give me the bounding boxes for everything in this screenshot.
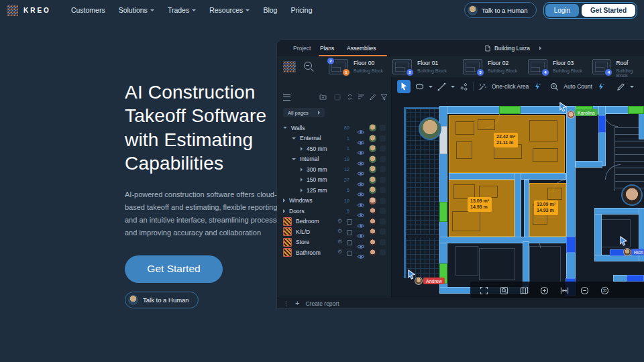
tree-row-walls[interactable]: Walls80 (277, 123, 391, 133)
fit-width-icon[interactable] (560, 286, 569, 295)
nav-item-solutions[interactable]: Solutions (119, 6, 154, 14)
nav-item-label: Solutions (119, 6, 148, 14)
more-options-icon[interactable]: ⋮ (283, 300, 289, 307)
apps-grid-icon[interactable] (283, 61, 296, 72)
nav-item-pricing[interactable]: Pricing (290, 6, 312, 14)
kreo-logo[interactable]: KREO (7, 5, 51, 16)
chevron-right-icon[interactable] (301, 178, 303, 182)
floor-card-floor-01[interactable]: 2Floor 01Building Block (392, 59, 447, 74)
cursor-name-tag: Rich (631, 249, 644, 255)
polygon-tool-icon[interactable] (415, 83, 424, 90)
select-cursor-tool[interactable] (397, 80, 411, 93)
floor-thumbnail: 2 (392, 59, 412, 74)
zoom-search-icon[interactable] (304, 62, 312, 70)
menu-icon[interactable] (283, 94, 290, 101)
chevron-right-icon[interactable] (283, 198, 285, 202)
tree-row-bathroom[interactable]: Bathroom⚙ (277, 247, 391, 258)
talk-to-human-cta-button[interactable]: Talk to a Human (125, 292, 199, 308)
chevron-down-icon[interactable] (292, 158, 296, 160)
tree-row-bedroom[interactable]: Bedroom⚙ (277, 217, 391, 227)
map-overview-icon[interactable] (520, 286, 529, 295)
expand-collapse-icon[interactable] (345, 93, 354, 101)
gear-icon[interactable]: ⚙ (337, 219, 342, 224)
chevron-down-icon[interactable] (429, 86, 433, 88)
room-measurement-label[interactable]: 13.09 m²14.93 m (468, 197, 492, 212)
drawing-canvas[interactable]: One-click Area Auto Count 22.42 m²21.11 … (391, 77, 644, 298)
gear-icon[interactable]: ⚙ (337, 229, 342, 234)
room-measurement-label[interactable]: 13.09 m²14.93 m (534, 200, 558, 215)
tree-row-150-mm[interactable]: 150 mm27 (277, 175, 391, 186)
nav-item-trades[interactable]: Trades (168, 6, 196, 14)
count-tool-icon[interactable] (460, 82, 468, 91)
fit-view-icon[interactable] (480, 286, 488, 295)
magic-wand-icon[interactable] (478, 82, 487, 91)
floor-card-roof[interactable]: 4RoofBuilding Block (592, 59, 644, 78)
tree-row-450-mm[interactable]: 450 mm1 (277, 143, 391, 154)
chevron-down-icon[interactable] (630, 86, 634, 88)
chevron-down-icon[interactable] (451, 86, 455, 88)
tab-project[interactable]: Project (293, 40, 311, 56)
line-tool-icon[interactable] (437, 82, 446, 91)
room-area: 13.09 m² (470, 198, 489, 204)
assignee-avatar (369, 124, 376, 131)
nav-item-customers[interactable]: Customers (71, 6, 105, 14)
nav-item-label: Blog (263, 6, 277, 14)
row-ghost-slot (380, 187, 386, 193)
measure-pen-icon[interactable] (616, 82, 625, 91)
tree-row-300-mm[interactable]: 300 mm12 (277, 164, 391, 175)
checkbox[interactable] (347, 219, 352, 225)
auto-count-magnifier-icon[interactable] (550, 82, 559, 91)
gear-icon[interactable]: ⚙ (337, 239, 342, 245)
furniture-outline (547, 188, 562, 200)
tree-row-enternal[interactable]: Enternal1 (277, 133, 391, 144)
tree-item-label: Doors (289, 208, 305, 215)
chevron-down-icon[interactable] (283, 127, 287, 129)
tree-row-store[interactable]: Store⚙ (277, 237, 391, 248)
zoom-in-icon[interactable] (540, 286, 549, 295)
floor-card-floor-02[interactable]: 3Floor 02Building Block (463, 59, 517, 74)
checkbox[interactable] (347, 251, 352, 256)
login-button[interactable]: Login (545, 4, 579, 17)
checkbox[interactable] (347, 240, 352, 245)
all-pages-selector[interactable]: All pages (283, 108, 325, 117)
talk-to-human-button[interactable]: Talk to a Human (464, 2, 537, 18)
tree-row-k-l-d[interactable]: K/L/D⚙ (277, 227, 391, 237)
tree-row-doors[interactable]: Doors6 (277, 206, 391, 217)
chevron-right-icon[interactable] (301, 168, 303, 172)
plus-icon[interactable]: + (295, 300, 299, 307)
floor-card-floor-03[interactable]: 4Floor 03Building Block (528, 59, 582, 74)
room-measurement-label[interactable]: 22.42 m²21.11 m (494, 133, 518, 147)
get-started-nav-button[interactable]: Get Started (582, 4, 635, 17)
zoom-out-icon[interactable] (580, 286, 589, 295)
tree-row-windows[interactable]: Windows10 (277, 196, 391, 206)
app-tab-bar: Project Plans Assemblies Building Luiza (277, 40, 644, 56)
chevron-right-icon[interactable] (301, 188, 303, 192)
nav-item-blog[interactable]: Blog (263, 6, 277, 14)
nav-item-resources[interactable]: Resources (209, 6, 250, 14)
add-folder-icon[interactable] (319, 93, 327, 101)
chevron-right-icon[interactable] (301, 147, 303, 151)
checkbox[interactable] (347, 230, 352, 235)
tree-row-internal[interactable]: Internal19 (277, 154, 391, 165)
gear-icon[interactable]: ⚙ (337, 249, 342, 255)
tab-plans[interactable]: Plans (320, 40, 334, 56)
chevron-down-icon[interactable] (292, 137, 296, 139)
visibility-eye-icon[interactable] (357, 250, 365, 262)
filter-icon[interactable] (380, 93, 388, 101)
get-started-cta-button[interactable]: Get Started (125, 255, 223, 283)
3d-view-icon[interactable]: 3D (600, 286, 609, 295)
create-report-button[interactable]: Create report (305, 300, 339, 307)
furniture-outline (529, 246, 561, 282)
zoom-region-icon[interactable] (500, 286, 508, 295)
sort-icon[interactable] (357, 93, 366, 101)
item-count: 6 (337, 208, 350, 214)
edit-pen-icon[interactable] (368, 93, 377, 101)
auto-count-button[interactable]: Auto Count (564, 83, 592, 90)
floor-card-floor-00[interactable]: 21Floor 00Building Block (329, 59, 383, 74)
tree-row-125-mm[interactable]: 125 mm6 (277, 185, 391, 196)
chevron-right-icon[interactable] (283, 209, 285, 213)
tree-item-label: 125 mm (307, 187, 327, 194)
tab-assemblies[interactable]: Assemblies (347, 40, 376, 56)
breadcrumb[interactable]: Building Luiza (485, 40, 541, 56)
one-click-area-button[interactable]: One-click Area (492, 83, 529, 90)
